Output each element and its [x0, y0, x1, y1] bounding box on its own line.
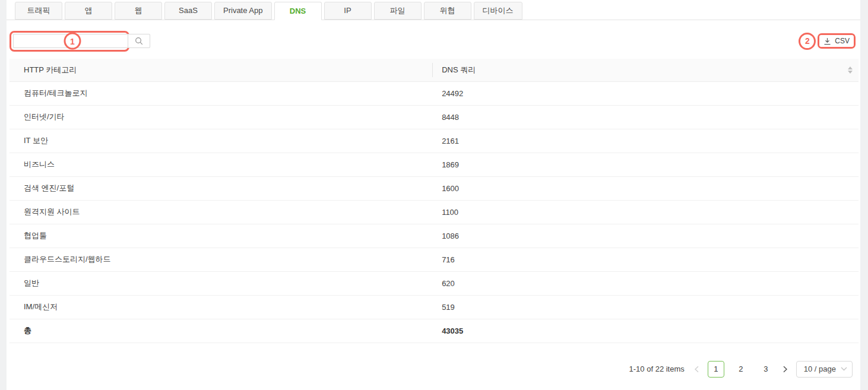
pagination-page-button[interactable]: 3: [758, 361, 774, 378]
value-cell: 1100: [432, 200, 859, 224]
download-icon: [823, 37, 831, 45]
annotation-box-2: CSV: [818, 33, 856, 49]
category-cell: 일반: [9, 271, 432, 295]
tab[interactable]: 파일: [374, 2, 422, 20]
tab-label: 웹: [135, 6, 142, 15]
pagination-page-button[interactable]: 2: [733, 361, 749, 378]
search-icon: [135, 37, 143, 45]
total-value-cell: 43035: [432, 319, 859, 343]
tab-label: IP: [344, 6, 351, 15]
tab[interactable]: 디바이스: [474, 2, 522, 20]
category-cell: 클라우드스토리지/웹하드: [9, 248, 432, 271]
dns-report-panel: 트래픽 앱 웹 SaaS Private App DNS IP: [7, 0, 860, 390]
tab-label: 트래픽: [27, 6, 50, 15]
value-cell: 1086: [432, 224, 859, 248]
tab[interactable]: DNS: [274, 2, 322, 20]
page-size-select[interactable]: 10 / page: [796, 361, 853, 378]
pagination-summary: 1-10 of 22 items: [629, 364, 685, 373]
tab-label: Private App: [223, 6, 263, 15]
tab-label: 앱: [85, 6, 93, 15]
table-row[interactable]: IM/메신저 519: [9, 295, 859, 319]
search-group: [13, 34, 150, 48]
category-cell: 원격지원 사이트: [9, 200, 432, 224]
pagination-next-button[interactable]: [783, 366, 788, 373]
annotation-step-2-badge: 2: [799, 33, 816, 50]
pagination-prev-button[interactable]: [694, 366, 699, 373]
value-cell: 2161: [432, 129, 859, 153]
category-cell: 컴퓨터/테크놀로지: [9, 81, 432, 105]
tab-label: 위협: [440, 6, 455, 15]
table-header-row: HTTP 카테고리 DNS 쿼리: [9, 59, 859, 81]
table-row[interactable]: 컴퓨터/테크놀로지 24492: [9, 81, 859, 105]
category-cell: IT 보안: [9, 129, 432, 153]
tab[interactable]: 웹: [115, 2, 162, 20]
table-row[interactable]: IT 보안 2161: [9, 129, 859, 153]
caret-down-icon: [848, 71, 853, 74]
table-row[interactable]: 비즈니스 1869: [9, 153, 859, 176]
total-label-cell: 총: [9, 319, 432, 343]
chevron-left-icon: [694, 366, 699, 373]
category-cell: 협업툴: [9, 224, 432, 248]
dns-category-table: HTTP 카테고리 DNS 쿼리 컴퓨터/테크놀로지 24492: [9, 59, 859, 343]
pagination-page-button[interactable]: 1: [708, 361, 724, 378]
tab-label: DNS: [290, 7, 306, 15]
tab-label: SaaS: [179, 6, 198, 15]
table-row[interactable]: 검색 엔진/포털 1600: [9, 176, 859, 200]
category-cell: IM/메신저: [9, 295, 432, 319]
tab[interactable]: 트래픽: [15, 2, 62, 20]
table-row[interactable]: 협업툴 1086: [9, 224, 859, 248]
tab[interactable]: 위협: [424, 2, 471, 20]
value-cell: 519: [432, 295, 859, 319]
table-row[interactable]: 원격지원 사이트 1100: [9, 200, 859, 224]
chevron-right-icon: [783, 366, 788, 373]
category-cell: 인터넷/기타: [9, 105, 432, 129]
column-header-http-category[interactable]: HTTP 카테고리: [9, 59, 432, 81]
value-cell: 24492: [432, 81, 859, 105]
table-total-row: 총 43035: [9, 319, 859, 343]
table-row[interactable]: 클라우드스토리지/웹하드 716: [9, 248, 859, 271]
tab-bar: 트래픽 앱 웹 SaaS Private App DNS IP: [7, 2, 860, 20]
category-cell: 검색 엔진/포털: [9, 176, 432, 200]
caret-up-icon: [848, 66, 853, 69]
annotation-step-1-badge: 1: [64, 33, 81, 50]
csv-export-button[interactable]: CSV: [819, 35, 854, 47]
value-cell: 716: [432, 248, 859, 271]
sort-icon[interactable]: [848, 66, 854, 74]
tab[interactable]: Private App: [214, 2, 272, 20]
value-cell: 1869: [432, 153, 859, 176]
column-header-dns-query-label: DNS 쿼리: [442, 65, 476, 75]
tab-label: 디바이스: [483, 6, 514, 15]
table-row[interactable]: 인터넷/기타 8448: [9, 105, 859, 129]
tab[interactable]: IP: [324, 2, 372, 20]
csv-button-label: CSV: [835, 37, 850, 45]
tab[interactable]: SaaS: [164, 2, 212, 20]
tab-label: 파일: [390, 6, 406, 15]
toolbar: 1 2 CSV: [9, 30, 856, 52]
column-header-dns-query[interactable]: DNS 쿼리: [432, 59, 859, 81]
pagination: 1-10 of 22 items 1 2 3 10 / page: [7, 361, 853, 378]
table-row[interactable]: 일반 620: [9, 271, 859, 295]
annotation-box-1: 1: [9, 31, 129, 52]
page-size-value: 10 / page: [804, 364, 836, 373]
search-button[interactable]: [128, 34, 150, 48]
value-cell: 1600: [432, 176, 859, 200]
category-cell: 비즈니스: [9, 153, 432, 176]
value-cell: 8448: [432, 105, 859, 129]
chevron-down-icon: [841, 367, 847, 371]
csv-export-group: 2 CSV: [799, 33, 856, 50]
value-cell: 620: [432, 271, 859, 295]
tab[interactable]: 앱: [65, 2, 112, 20]
